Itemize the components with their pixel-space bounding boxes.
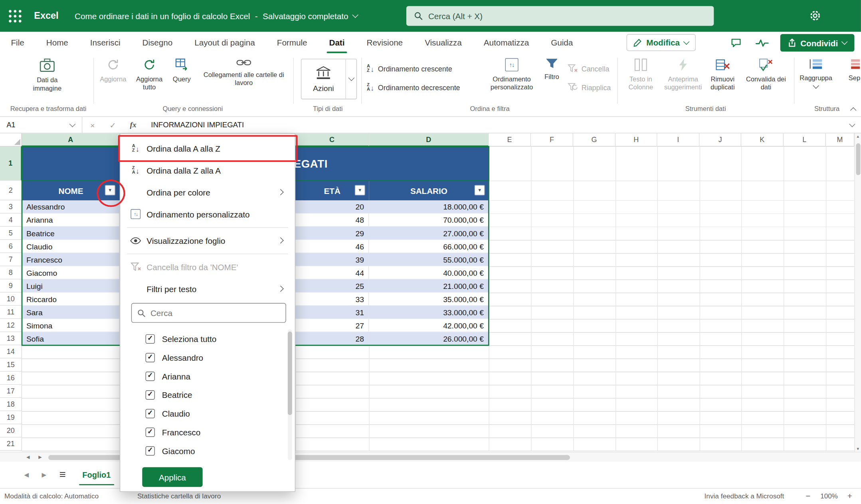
- cell-nome[interactable]: Luigi: [22, 279, 120, 293]
- row-header-14[interactable]: 14: [0, 345, 22, 358]
- menu-item-sort-a-to-z[interactable]: AZ↓ Ordina dalla A alla Z: [120, 137, 295, 159]
- tab-inserisci[interactable]: Inserisci: [79, 32, 131, 53]
- global-search-box[interactable]: [406, 6, 714, 26]
- column-header-K[interactable]: K: [741, 133, 784, 146]
- share-button[interactable]: Condividi: [780, 34, 854, 51]
- select-all-corner[interactable]: [0, 133, 22, 146]
- cell-nome[interactable]: Sofia: [22, 332, 120, 345]
- scroll-right-icon[interactable]: ▶: [38, 455, 42, 459]
- ribbon-convalida-dati-button[interactable]: Convalida dei dati: [741, 58, 791, 101]
- cell-eta[interactable]: 20: [295, 200, 369, 213]
- row-header-10[interactable]: 10: [0, 293, 22, 306]
- checkbox-name[interactable]: ✓ Alessandro: [120, 348, 295, 367]
- ribbon-separa-button[interactable]: Sep: [839, 58, 861, 101]
- cell-nome[interactable]: Sara: [22, 306, 120, 319]
- ribbon-query-button[interactable]: Query: [169, 58, 194, 101]
- zoom-out-icon[interactable]: −: [806, 488, 810, 504]
- column-header-E[interactable]: E: [489, 133, 531, 146]
- column-header-C[interactable]: C: [295, 133, 369, 146]
- checkbox-name[interactable]: ✓ Beatrice: [120, 385, 295, 404]
- tab-formule[interactable]: Formule: [266, 32, 318, 53]
- cell-nome[interactable]: Simona: [22, 319, 120, 332]
- cell-eta[interactable]: 39: [295, 253, 369, 266]
- salario-filter-button[interactable]: ▼: [475, 185, 485, 196]
- scroll-left-icon[interactable]: ◀: [26, 455, 30, 459]
- column-header-G[interactable]: G: [573, 133, 616, 146]
- comments-button[interactable]: [726, 35, 746, 51]
- cell-nome[interactable]: Arianna: [22, 213, 120, 227]
- row-header-8[interactable]: 8: [0, 266, 22, 279]
- row-header-2[interactable]: 2: [0, 181, 22, 201]
- menu-item-sort-z-to-a[interactable]: ZA↓ Ordina dalla Z alla A: [120, 159, 295, 181]
- calc-mode-status[interactable]: Modalità di calcolo: Automatico: [4, 488, 99, 504]
- cell-salario[interactable]: 66.000,00 €: [369, 240, 489, 253]
- ribbon-collegamenti-button[interactable]: Collegamenti alle cartelle di lavoro: [196, 58, 291, 101]
- zoom-level[interactable]: 100%: [820, 488, 838, 504]
- nome-filter-button[interactable]: ▼: [105, 185, 115, 196]
- filter-search-box[interactable]: [131, 303, 286, 323]
- column-header-I[interactable]: I: [657, 133, 700, 146]
- checked-checkbox-icon[interactable]: ✓: [146, 334, 155, 343]
- row-header-7[interactable]: 7: [0, 253, 22, 266]
- name-box[interactable]: A1: [0, 117, 82, 133]
- column-header-L[interactable]: L: [784, 133, 826, 146]
- collapse-ribbon-icon[interactable]: [850, 107, 857, 114]
- app-name[interactable]: Excel: [34, 0, 58, 32]
- column-header-H[interactable]: H: [616, 133, 657, 146]
- cell-salario[interactable]: 70.000,00 €: [369, 213, 489, 227]
- cell-nome[interactable]: Beatrice: [22, 227, 120, 240]
- row-header-1[interactable]: 1: [0, 146, 22, 180]
- tab-file[interactable]: File: [0, 32, 35, 53]
- cell-eta[interactable]: 33: [295, 293, 369, 306]
- row-header-9[interactable]: 9: [0, 279, 22, 293]
- menu-item-custom-sort[interactable]: ↑↓ Ordinamento personalizzato: [120, 203, 295, 225]
- cell-eta[interactable]: 29: [295, 227, 369, 240]
- feedback-link[interactable]: Invia feedback a Microsoft: [705, 488, 784, 504]
- menu-item-sort-by-color[interactable]: Ordina per colore: [120, 181, 295, 203]
- column-header-A[interactable]: A: [22, 133, 120, 146]
- checked-checkbox-icon[interactable]: ✓: [146, 353, 155, 362]
- tab-guida[interactable]: Guida: [540, 32, 584, 53]
- sheet-list-icon[interactable]: ≡: [59, 462, 66, 488]
- ribbon-dati-da-immagine-button[interactable]: Dati da immagine: [9, 58, 86, 101]
- activity-button[interactable]: [752, 35, 772, 51]
- expand-formula-bar-icon[interactable]: [849, 121, 855, 127]
- row-header-17[interactable]: 17: [0, 385, 22, 398]
- ribbon-ordinamento-crescente-button[interactable]: AZ ↓ Ordinamento crescente: [367, 61, 452, 77]
- prev-sheet-icon[interactable]: ◀: [24, 462, 29, 488]
- tab-revisione[interactable]: Revisione: [356, 32, 414, 53]
- tab-home[interactable]: Home: [35, 32, 79, 53]
- settings-gear-icon[interactable]: [809, 9, 821, 22]
- vertical-scrollbar[interactable]: ▲ ▼: [854, 133, 861, 452]
- cell-salario[interactable]: 27.000,00 €: [369, 227, 489, 240]
- filter-list-scroll-thumb[interactable]: [288, 332, 292, 415]
- cell-salario[interactable]: 55.000,00 €: [369, 253, 489, 266]
- cell-salario[interactable]: 42.000,00 €: [369, 319, 489, 332]
- row-header-19[interactable]: 19: [0, 411, 22, 424]
- tab-layout-di-pagina[interactable]: Layout di pagina: [184, 32, 266, 53]
- ribbon-azioni-dropdown[interactable]: Azioni: [301, 59, 357, 99]
- cell-nome[interactable]: Francesco: [22, 253, 120, 266]
- eta-filter-button[interactable]: ▼: [355, 185, 365, 196]
- confirm-entry-icon[interactable]: ✓: [103, 121, 123, 129]
- save-status[interactable]: Salvataggio completato: [263, 11, 348, 20]
- vertical-scroll-thumb[interactable]: [856, 143, 861, 175]
- row-header-3[interactable]: 3: [0, 200, 22, 213]
- filter-search-input[interactable]: [150, 308, 280, 317]
- tab-visualizza[interactable]: Visualizza: [414, 32, 473, 53]
- checked-checkbox-icon[interactable]: ✓: [146, 427, 155, 437]
- checkbox-name[interactable]: ✓ Giacomo: [120, 441, 295, 460]
- tab-dati[interactable]: Dati: [318, 32, 356, 53]
- tab-automatizza[interactable]: Automatizza: [473, 32, 540, 53]
- azioni-dropdown-arrow[interactable]: [345, 59, 356, 99]
- checkbox-name[interactable]: ✓ Francesco: [120, 423, 295, 441]
- ribbon-filtro-button[interactable]: Filtro: [539, 58, 564, 101]
- apply-filter-button[interactable]: Applica: [142, 467, 202, 487]
- insert-function-icon[interactable]: fx: [123, 121, 143, 129]
- ribbon-aggiorna-tutto-button[interactable]: Aggiorna tutto: [132, 58, 167, 101]
- checkbox-select-all[interactable]: ✓ Seleziona tutto: [120, 329, 295, 348]
- table-header-salario[interactable]: SALARIO: [369, 181, 489, 201]
- menu-item-sheet-view[interactable]: Visualizzazione foglio: [120, 229, 295, 251]
- cell-eta[interactable]: 44: [295, 266, 369, 279]
- cell-salario[interactable]: 40.000,00 €: [369, 266, 489, 279]
